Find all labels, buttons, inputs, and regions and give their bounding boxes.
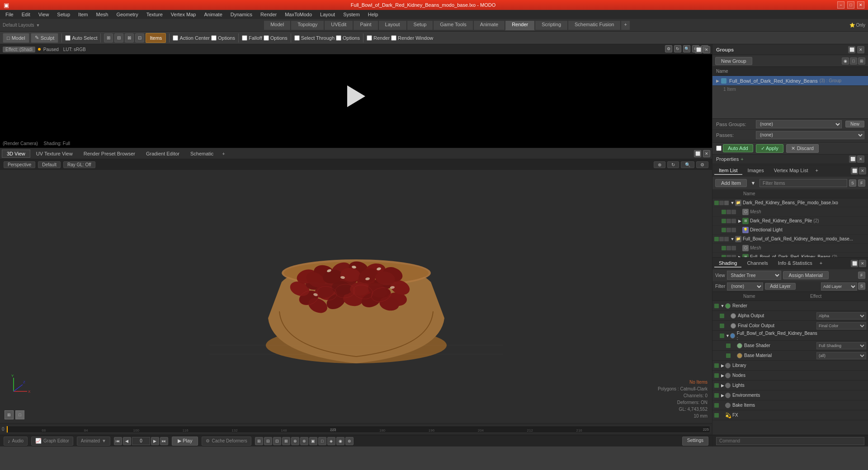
groups-icon-1[interactable]: ◉ <box>842 57 849 65</box>
menu-geometry[interactable]: Geometry <box>113 11 142 18</box>
sh-eye-btn-8[interactable] <box>714 373 719 378</box>
groups-icon-3[interactable]: ⊞ <box>858 57 865 65</box>
vp-corner-icon-2[interactable]: □ <box>15 410 24 419</box>
sh-row-base-material[interactable]: Base Material (all) <box>712 351 868 361</box>
tab-item-list[interactable]: Item List <box>714 167 742 175</box>
tab-game-tools[interactable]: Game Tools <box>433 20 473 30</box>
sh-eye-btn-10[interactable] <box>714 393 719 398</box>
sh-eye-btn-4[interactable] <box>720 334 724 338</box>
sh-row-alpha[interactable]: Alpha Output Alpha <box>712 311 868 321</box>
vp-tab-gradient[interactable]: Gradient Editor <box>141 150 184 158</box>
audio-button[interactable]: ♪ Audio <box>4 437 28 446</box>
vp-settings-icon[interactable]: ✕ <box>703 150 710 157</box>
ctrl-5[interactable]: ⊕ <box>291 437 299 445</box>
expand-icon-7[interactable]: ▶ <box>737 255 742 258</box>
shading-close-icon[interactable]: ✕ <box>859 260 866 267</box>
vis-eye-btn-5[interactable] <box>714 237 719 241</box>
sh-expand-7[interactable]: ▶ <box>720 363 725 368</box>
frame-input[interactable] <box>132 437 150 445</box>
tab-topology[interactable]: Topology <box>291 20 324 30</box>
first-frame-button[interactable]: ⏮ <box>114 437 122 445</box>
vis-lock-btn-6[interactable] <box>726 246 731 250</box>
sh-row-bake-items[interactable]: Bake Items <box>712 400 868 410</box>
sh-row-base-shader[interactable]: Base Shader Full Shading <box>712 341 868 351</box>
graph-editor-button[interactable]: 📈 Graph Editor <box>31 437 73 446</box>
vis-render-btn-7[interactable] <box>731 255 736 258</box>
menu-mesh[interactable]: Mesh <box>93 11 112 18</box>
tree-row-beans[interactable]: ▶ ⊞ Dark_Red_Kidney_Beans_Pile (2) <box>712 216 868 226</box>
close-button[interactable]: ✕ <box>857 1 864 9</box>
vp-tab-render-preset[interactable]: Render Preset Browser <box>79 150 140 158</box>
raygl-button[interactable]: Ray GL: Off <box>63 161 95 168</box>
pass-groups-new-button[interactable]: New <box>845 121 864 127</box>
menu-edit[interactable]: Edit <box>18 11 34 18</box>
sh-eye-btn-9[interactable] <box>714 383 719 388</box>
sh-row-final-color[interactable]: Final Color Output Final Color <box>712 321 868 331</box>
menu-setup[interactable]: Setup <box>53 11 74 18</box>
menu-animate[interactable]: Animate <box>200 11 226 18</box>
pass-groups-select[interactable]: (none) <box>756 120 842 128</box>
tab-vertex-map-list[interactable]: Vertex Map List <box>769 167 813 175</box>
sort-button[interactable]: S <box>849 179 856 187</box>
il-expand-icon[interactable]: ⬜ <box>851 167 858 174</box>
tab-setup[interactable]: Setup <box>407 20 434 30</box>
model-mode-button[interactable]: □ Model <box>3 33 29 43</box>
auto-add-button[interactable]: Auto Add <box>723 144 753 152</box>
tab-layout[interactable]: Layout <box>378 20 407 30</box>
vp-icon-1[interactable]: ⊕ <box>654 161 665 168</box>
vis-eye-btn-2[interactable] <box>722 210 726 214</box>
sh-eye-btn-1[interactable] <box>714 304 719 308</box>
options1-checkbox[interactable]: Options <box>211 35 235 41</box>
tab-shading[interactable]: Shading <box>714 259 741 268</box>
sh-effect-select-4[interactable]: (all) <box>816 352 866 359</box>
next-frame-button[interactable]: ▶ <box>151 437 159 445</box>
sh-expand-4[interactable]: ▼ <box>725 334 730 338</box>
vis-lock-btn-7[interactable] <box>726 255 731 258</box>
tree-row-bowl[interactable]: ▶ ⊞ Full_Bowl_of_Dark_Red_Kidney_Beans (… <box>712 253 868 257</box>
sh-row-lights[interactable]: ▶ Lights <box>712 381 868 390</box>
ctrl-7[interactable]: ▣ <box>309 437 317 445</box>
filter-button[interactable]: F <box>858 179 865 187</box>
vis-lock-btn-2[interactable] <box>726 210 731 214</box>
menu-texture[interactable]: Texture <box>143 11 166 18</box>
vp-icon-4[interactable]: ⚙ <box>696 161 708 168</box>
options3-checkbox[interactable]: Options <box>336 35 360 41</box>
ctrl-3[interactable]: ⊡ <box>273 437 281 445</box>
ctrl-1[interactable]: ⊞ <box>255 437 263 445</box>
f-key-button[interactable]: F <box>858 272 865 279</box>
groups-icon-2[interactable]: □ <box>850 57 857 65</box>
vis-eye-btn-6[interactable] <box>722 246 726 250</box>
filter-items-input[interactable]: Filter Items <box>760 179 847 187</box>
menu-dynamics[interactable]: Dynamics <box>227 11 256 18</box>
render-ctrl-3[interactable]: 🔍 <box>683 45 690 52</box>
expand-icon-1[interactable]: ▼ <box>730 201 735 205</box>
tab-plus[interactable]: + <box>621 20 630 30</box>
il-close-icon[interactable]: ✕ <box>859 167 866 174</box>
perspective-button[interactable]: Perspective <box>4 161 35 168</box>
discard-button[interactable]: ✕ Discard <box>786 144 819 153</box>
vp-tab-schematic[interactable]: Schematic <box>185 150 218 158</box>
expand-icon[interactable]: ⬜ <box>695 46 702 53</box>
sh-eye-btn-6[interactable] <box>726 353 731 358</box>
vis-render-btn-5[interactable] <box>724 237 729 241</box>
props-close-icon[interactable]: ✕ <box>857 155 864 163</box>
vis-lock-btn-4[interactable] <box>726 228 731 232</box>
filter-select[interactable]: (none) <box>727 282 763 291</box>
sh-row-nodes[interactable]: ▶ Nodes <box>712 371 868 381</box>
ctrl-2[interactable]: ⊟ <box>264 437 272 445</box>
sh-row-full-bowl[interactable]: ▼ Full_Bowl_of_Dark_Red_Kidney_Beans : <box>712 331 868 341</box>
expand-icon-3[interactable]: ▶ <box>737 219 742 223</box>
render-checkbox[interactable]: Render <box>367 35 390 41</box>
vis-render-btn-3[interactable] <box>731 219 736 223</box>
vis-eye-btn-1[interactable] <box>714 201 719 205</box>
vis-render-btn-1[interactable] <box>724 201 729 205</box>
tab-paint[interactable]: Paint <box>353 20 378 30</box>
tree-row-scene2[interactable]: ▼ 📁 Full_Bowl_of_Dark_Red_Kidney_Beans_m… <box>712 235 868 244</box>
tab-images[interactable]: Images <box>743 167 769 175</box>
ctrl-10[interactable]: ◉ <box>336 437 344 445</box>
play-button-bar[interactable]: ▶ Play <box>172 437 198 446</box>
falloff-checkbox[interactable]: Falloff <box>242 35 262 41</box>
vis-render-btn-6[interactable] <box>731 246 736 250</box>
tab-uvedit[interactable]: UVEdit <box>324 20 353 30</box>
group-item[interactable]: ▶ Full_Bowl_of_Dark_Red_Kidney_Beans (3)… <box>712 76 868 86</box>
